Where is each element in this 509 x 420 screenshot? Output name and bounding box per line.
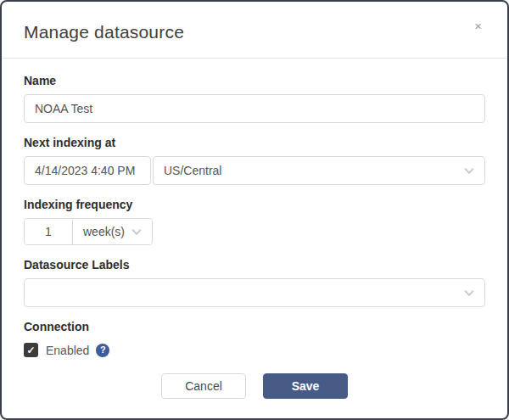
timezone-select-value: US/Central bbox=[164, 164, 221, 177]
enabled-checkbox-label: Enabled bbox=[46, 344, 89, 357]
next-indexing-label: Next indexing at bbox=[24, 136, 485, 149]
help-icon[interactable]: ? bbox=[96, 344, 109, 357]
dialog-title: Manage datasource bbox=[24, 22, 485, 42]
name-input[interactable] bbox=[24, 94, 485, 123]
indexing-frequency-group: week(s) bbox=[24, 218, 153, 245]
dialog-header: Manage datasource × bbox=[2, 2, 507, 59]
next-indexing-row: US/Central bbox=[24, 156, 485, 185]
dialog-footer: Cancel Save bbox=[2, 373, 507, 418]
close-icon[interactable]: × bbox=[469, 19, 487, 33]
enabled-checkbox[interactable]: ✓ bbox=[24, 343, 38, 357]
datasource-labels-select[interactable] bbox=[24, 278, 485, 307]
frequency-interval-input[interactable] bbox=[25, 219, 73, 244]
connection-label: Connection bbox=[24, 320, 485, 333]
next-indexing-datetime-input[interactable] bbox=[24, 156, 151, 185]
frequency-unit-select[interactable]: week(s) bbox=[73, 219, 152, 244]
chevron-down-icon bbox=[464, 165, 473, 174]
indexing-frequency-label: Indexing frequency bbox=[24, 198, 485, 211]
connection-checkbox-row: ✓ Enabled ? bbox=[24, 343, 485, 357]
name-label: Name bbox=[24, 74, 485, 87]
check-icon: ✓ bbox=[26, 345, 35, 356]
cancel-button[interactable]: Cancel bbox=[161, 373, 246, 399]
frequency-unit-value: week(s) bbox=[83, 225, 125, 238]
timezone-select[interactable]: US/Central bbox=[153, 156, 485, 185]
chevron-down-icon bbox=[131, 226, 141, 235]
save-button[interactable]: Save bbox=[263, 373, 348, 399]
manage-datasource-dialog: Manage datasource × Name Next indexing a… bbox=[0, 0, 509, 420]
chevron-down-icon bbox=[464, 287, 473, 296]
dialog-body: Name Next indexing at US/Central Indexin… bbox=[2, 59, 507, 373]
datasource-labels-label: Datasource Labels bbox=[24, 258, 485, 272]
